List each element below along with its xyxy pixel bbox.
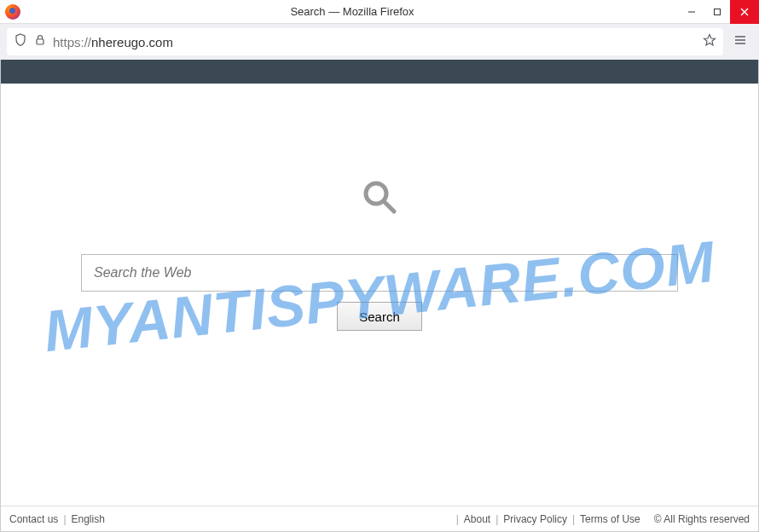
bookmark-star-icon[interactable]	[703, 33, 716, 50]
close-button[interactable]	[730, 0, 759, 24]
separator: |	[63, 513, 66, 525]
separator: |	[456, 513, 459, 525]
footer-language-link[interactable]: English	[72, 513, 105, 525]
url-domain: nhereugo.com	[91, 35, 173, 49]
svg-rect-4	[37, 39, 43, 44]
maximize-button[interactable]	[704, 0, 730, 24]
footer-left: Contact us | English	[9, 513, 105, 525]
window-titlebar: Search — Mozilla Firefox	[0, 0, 759, 24]
footer-terms-link[interactable]: Terms of Use	[580, 513, 640, 525]
shield-icon	[14, 33, 27, 50]
main-area: Search	[1, 84, 758, 501]
minimize-button[interactable]	[679, 0, 704, 24]
lock-icon	[34, 34, 46, 49]
firefox-icon	[5, 4, 20, 20]
window-controls	[679, 0, 759, 24]
search-icon	[360, 177, 399, 220]
page-header-bar	[1, 60, 758, 84]
footer-privacy-link[interactable]: Privacy Policy	[503, 513, 567, 525]
footer-about-link[interactable]: About	[464, 513, 490, 525]
footer-copyright: © All Rights reserved	[654, 513, 750, 525]
page-footer: Contact us | English | About | Privacy P…	[1, 506, 758, 531]
footer-right: | About | Privacy Policy | Terms of Use …	[456, 513, 750, 525]
url-text: https://nhereugo.com	[53, 35, 696, 49]
search-button[interactable]: Search	[337, 302, 422, 331]
svg-rect-1	[715, 9, 721, 14]
page-content: Search Contact us | English | About | Pr…	[0, 60, 759, 532]
url-protocol: https://	[53, 35, 91, 49]
window-title: Search — Mozilla Firefox	[26, 5, 679, 18]
separator: |	[495, 513, 498, 525]
svg-line-9	[384, 201, 394, 211]
footer-contact-link[interactable]: Contact us	[9, 513, 58, 525]
hamburger-menu-icon[interactable]	[728, 30, 752, 54]
address-bar[interactable]: https://nhereugo.com	[7, 28, 723, 55]
separator: |	[572, 513, 575, 525]
browser-toolbar: https://nhereugo.com	[0, 24, 759, 60]
search-input[interactable]	[81, 254, 678, 292]
